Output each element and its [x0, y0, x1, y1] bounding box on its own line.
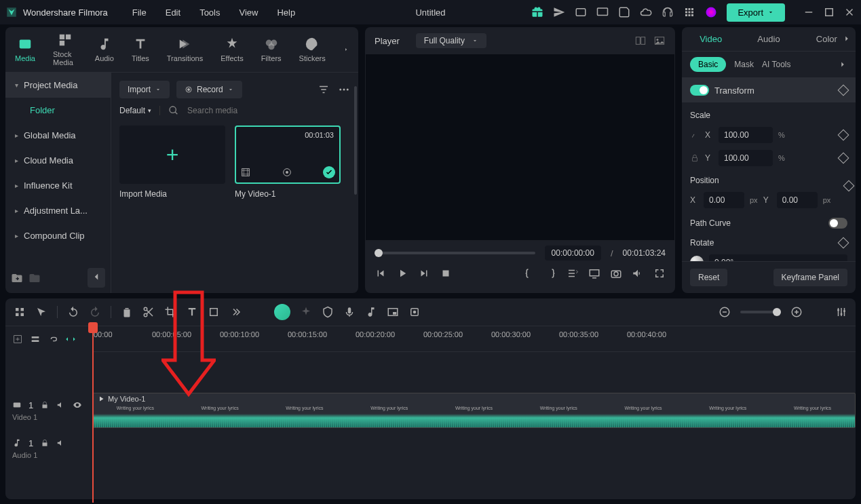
magnet-icon[interactable]: [14, 306, 26, 318]
pos-y-input[interactable]: [777, 192, 818, 208]
transform-header[interactable]: Transform: [682, 78, 856, 102]
keyframe-diamond[interactable]: [838, 85, 849, 96]
display-icon[interactable]: [588, 267, 600, 279]
menu-edit[interactable]: Edit: [166, 7, 180, 18]
cloud-icon[interactable]: [640, 6, 652, 18]
track-layout-icon[interactable]: [30, 334, 41, 345]
marker-list-icon[interactable]: [567, 267, 579, 279]
menu-help[interactable]: Help: [277, 7, 295, 18]
lock-icon[interactable]: [690, 153, 700, 163]
playhead[interactable]: [92, 326, 94, 503]
brace-right-icon[interactable]: [545, 267, 557, 279]
timeline-ruler[interactable]: 00:00 00:00:05:00 00:00:10:00 00:00:15:0…: [92, 326, 856, 352]
import-tile[interactable]: + Import Media: [119, 125, 225, 199]
add-folder-icon[interactable]: [11, 272, 23, 284]
apps-icon[interactable]: [683, 6, 695, 18]
sidebar-project-media[interactable]: ▾Project Media: [5, 73, 111, 98]
tab-filters[interactable]: Filters: [261, 37, 282, 62]
zoom-in-icon[interactable]: [790, 306, 803, 318]
image-icon[interactable]: [653, 35, 666, 47]
prev-frame-icon[interactable]: [375, 267, 387, 279]
subtab-mask[interactable]: Mask: [734, 60, 754, 69]
subtab-ai[interactable]: AI Tools: [762, 60, 790, 69]
redo-icon[interactable]: [89, 306, 101, 318]
mute-icon[interactable]: [56, 438, 66, 448]
brace-left-icon[interactable]: [523, 267, 535, 279]
maximize-button[interactable]: [823, 6, 835, 18]
gift-icon[interactable]: [531, 6, 543, 18]
path-curve-toggle[interactable]: [828, 218, 847, 229]
track-auto-icon[interactable]: [65, 334, 76, 345]
music-icon[interactable]: [365, 306, 377, 318]
sparkle-icon[interactable]: [300, 306, 312, 318]
save-icon[interactable]: [618, 6, 630, 18]
lock-icon[interactable]: [40, 400, 50, 410]
video-track-label[interactable]: 1 Video 1: [5, 391, 92, 429]
quality-dropdown[interactable]: Full Quality: [416, 33, 486, 48]
chevron-right-icon[interactable]: [842, 34, 852, 43]
timeline-clip[interactable]: My Video-1 Writing your lyricsWriting yo…: [92, 393, 856, 428]
mic-icon[interactable]: [343, 306, 356, 318]
fit-icon[interactable]: [208, 306, 220, 318]
menu-file[interactable]: File: [132, 7, 147, 18]
lock-icon[interactable]: [40, 438, 50, 448]
keyframe-panel-button[interactable]: Keyframe Panel: [773, 269, 847, 286]
tab-effects[interactable]: Effects: [221, 37, 243, 62]
rotate-knob[interactable]: [690, 256, 704, 261]
sidebar-folder[interactable]: Folder: [5, 98, 111, 123]
undo-icon[interactable]: [67, 306, 79, 318]
zoom-out-icon[interactable]: [719, 306, 731, 318]
folder-icon[interactable]: [28, 272, 41, 284]
sidebar-global-media[interactable]: ▸Global Media: [5, 123, 111, 148]
screen-icon[interactable]: [596, 6, 609, 18]
snapshot-icon[interactable]: [610, 267, 622, 279]
scale-y-input[interactable]: [719, 150, 773, 166]
keyframe-diamond[interactable]: [838, 153, 849, 164]
sidebar-influence-kit[interactable]: ▸Influence Kit: [5, 173, 111, 198]
volume-icon[interactable]: [632, 267, 644, 279]
device-icon[interactable]: [575, 6, 587, 18]
next-frame-icon[interactable]: [418, 267, 430, 279]
import-button[interactable]: Import: [119, 81, 170, 98]
play-icon[interactable]: [396, 267, 408, 279]
record-button[interactable]: Record: [176, 81, 242, 98]
menu-view[interactable]: View: [239, 7, 258, 18]
close-button[interactable]: [843, 6, 856, 18]
filter-icon[interactable]: [318, 83, 330, 96]
reset-button[interactable]: Reset: [690, 269, 727, 286]
scrollbar[interactable]: [354, 86, 357, 195]
sidebar-compound[interactable]: ▸Compound Clip: [5, 223, 111, 248]
stop-icon[interactable]: [440, 267, 452, 279]
mute-icon[interactable]: [56, 400, 66, 410]
crop-icon[interactable]: [164, 306, 176, 318]
compare-icon[interactable]: [634, 35, 647, 47]
search-input[interactable]: [187, 106, 350, 115]
export-button[interactable]: Export: [727, 3, 785, 22]
tab-audio[interactable]: Audio: [95, 37, 114, 62]
fullscreen-icon[interactable]: [653, 267, 666, 279]
tab-transitions[interactable]: Transitions: [167, 37, 203, 62]
send-icon[interactable]: [553, 6, 565, 18]
track-link-icon[interactable]: [47, 334, 58, 345]
marker-icon[interactable]: [408, 306, 421, 318]
player-viewport[interactable]: [365, 54, 675, 240]
delete-icon[interactable]: [121, 306, 133, 318]
zoom-slider[interactable]: [740, 311, 781, 313]
headset-icon[interactable]: [662, 6, 674, 18]
ai-button[interactable]: [274, 304, 290, 320]
eye-icon[interactable]: [73, 400, 82, 410]
keyframe-diamond[interactable]: [838, 237, 849, 249]
timeline-tracks[interactable]: My Video-1 Writing your lyricsWriting yo…: [92, 352, 856, 500]
mixer-icon[interactable]: [835, 306, 847, 318]
avatar-icon[interactable]: [705, 6, 717, 18]
keyframe-diamond[interactable]: [838, 130, 849, 141]
audio-track-label[interactable]: 1 Audio 1: [5, 429, 92, 467]
shield-icon[interactable]: [322, 306, 334, 318]
subtab-basic[interactable]: Basic: [690, 57, 726, 72]
sidebar-collapse[interactable]: [88, 268, 105, 288]
current-time[interactable]: 00:00:00:00: [545, 246, 601, 260]
tabs-more-icon[interactable]: [343, 45, 349, 54]
pos-x-input[interactable]: [704, 192, 744, 208]
select-icon[interactable]: [35, 306, 47, 318]
chevron-right-icon[interactable]: [838, 60, 847, 69]
